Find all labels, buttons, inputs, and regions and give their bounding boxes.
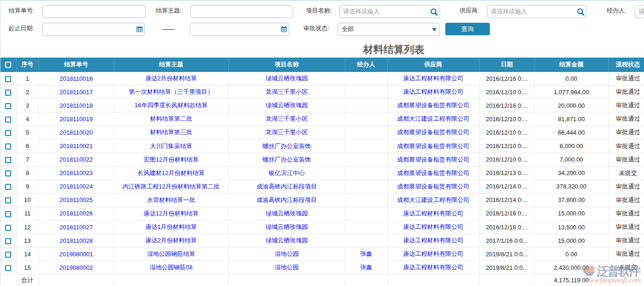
svg-text:www.fanpusoft.com: www.fanpusoft.com bbox=[585, 276, 641, 284]
